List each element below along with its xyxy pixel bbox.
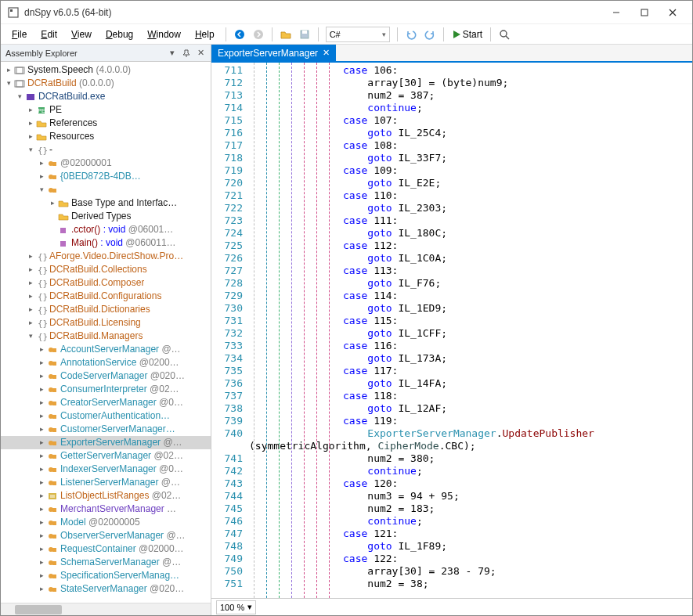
assembly-explorer-panel: Assembly Explorer ▾ ✕ ▸System.Speech (4.… [1,45,211,615]
nav-back-button[interactable] [231,26,248,43]
tree-item-r32[interactable]: ▸ListObjectListRanges @02… [1,489,211,503]
status-bar: 100 % ▾ [211,598,692,615]
tree-item-r27[interactable]: ▸CustomerServerManager… [1,423,211,436]
tree-item-r30[interactable]: ▸IndexerServerManager @0… [1,463,211,476]
menu-debug[interactable]: Debug [99,27,139,42]
panel-close-icon[interactable]: ✕ [195,48,206,59]
panel-menu-icon[interactable]: ▾ [167,48,178,59]
tree-item-r35[interactable]: ▸ObserverServerManager @… [1,529,211,542]
title-bar: dnSpy v6.0.5 (64-bit) [1,1,692,24]
tree-item-cctor[interactable]: .cctor() : void @06001… [1,223,211,236]
tree-item-r36[interactable]: ▸RequestContainer @02000… [1,542,211,556]
close-button[interactable] [659,3,686,22]
code-editor: ExporterServerManager ✕ 7117127137147157… [211,45,692,615]
tree-item-r22[interactable]: ▸AnnotationService @0200… [1,356,211,369]
menu-window[interactable]: Window [141,27,187,42]
svg-rect-46 [52,415,56,419]
svg-rect-44 [52,402,56,405]
tree-item-basetype[interactable]: ▸Base Type and Interfac… [1,196,211,210]
tree-item-dcratbuild[interactable]: ▾DCRatBuild (0.0.0.0) [1,77,211,90]
tree-item-managers[interactable]: ▾{}DCRatBuild.Managers [1,330,211,343]
code-area[interactable]: 7117127137147157167177187197207217227237… [211,63,692,598]
svg-rect-26 [60,228,66,233]
tree-item-r37[interactable]: ▸SchemaServerManager @… [1,556,211,569]
svg-rect-50 [52,441,56,445]
nav-forward-button[interactable] [250,26,267,43]
language-combo[interactable]: C# ▾ [326,27,390,42]
tab-exporterservermanager[interactable]: ExporterServerManager ✕ [211,45,336,61]
tree-item-exe[interactable]: ▾DCRatBuild.exe [1,90,211,103]
svg-text:{}: {} [38,265,47,275]
tree-item-r17[interactable]: ▸{}DCRatBuild.Configurations [1,290,211,303]
tree-item-r21[interactable]: ▸AccountServerManager @… [1,343,211,356]
tree-item-pe[interactable]: ▸PEPE [1,103,211,117]
svg-rect-52 [52,455,56,459]
tree-item-privimpl[interactable]: ▾ [1,183,211,196]
svg-rect-54 [52,468,56,472]
svg-rect-61 [52,508,56,512]
tree-item-references[interactable]: ▸References [1,117,211,130]
tree-item-module2[interactable]: ▸{0BED872B-4DB… [1,170,211,183]
tab-label: ExporterServerManager [218,48,318,59]
tree-item-r33[interactable]: ▸MerchantServerManager … [1,503,211,516]
zoom-value: 100 % [220,603,244,612]
horizontal-scrollbar[interactable] [1,603,211,615]
svg-text:{}: {} [38,319,47,328]
tree-item-r28[interactable]: ▸ExporterServerManager @… [1,436,211,449]
svg-rect-63 [52,521,56,525]
menu-view[interactable]: View [65,27,98,42]
svg-rect-69 [52,561,56,565]
svg-rect-36 [52,348,56,352]
tree-item-r19[interactable]: ▸{}DCRatBuild.Licensing [1,316,211,330]
search-button[interactable] [496,26,513,43]
assembly-tree[interactable]: ▸System.Speech (4.0.0.0)▾DCRatBuild (0.0… [1,62,211,603]
code-text: case 106: array[30] = (byte)num9; num2 =… [343,63,692,598]
zoom-combo[interactable]: 100 % ▾ [216,600,256,614]
tree-item-main[interactable]: Main() : void @060011… [1,236,211,250]
tree-item-module1[interactable]: ▸ @02000001 [1,157,211,170]
tree-item-r26[interactable]: ▸CustomerAuthentication… [1,409,211,423]
tree-item-r24[interactable]: ▸ConsumerInterpreter @02… [1,383,211,396]
svg-rect-40 [52,375,56,379]
svg-text:{}: {} [38,305,47,315]
menu-file[interactable]: File [5,27,33,42]
tree-item-r23[interactable]: ▸CodeServerManager @020… [1,369,211,383]
menu-help[interactable]: Help [189,27,221,42]
menu-edit[interactable]: Edit [34,27,63,42]
app-icon [7,6,20,19]
tree-item-r18[interactable]: ▸{}DCRatBuild.Dictionaries [1,303,211,316]
svg-rect-57 [49,493,56,499]
tree-item-system-speech[interactable]: ▸System.Speech (4.0.0.0) [1,63,211,77]
tree-item-r25[interactable]: ▸CreatorServerManager @0… [1,396,211,409]
tree-item-derived[interactable]: Derived Types [1,210,211,223]
maximize-button[interactable] [631,3,658,22]
minimize-button[interactable] [603,3,630,22]
svg-rect-38 [52,362,56,366]
start-button[interactable]: Start [449,26,485,43]
svg-rect-65 [52,535,56,539]
tree-item-r38[interactable]: ▸SpecificationServerManag… [1,569,211,582]
tree-item-r16[interactable]: ▸{}DCRatBuild.Composer [1,276,211,290]
tree-item-r31[interactable]: ▸ListenerServerManager @… [1,476,211,489]
svg-rect-9 [302,31,307,34]
tree-item-r14[interactable]: ▸{}AForge.Video.DirectShow.Pro… [1,250,211,263]
pin-icon[interactable] [181,48,192,59]
tree-item-r34[interactable]: ▸Model @02000005 [1,516,211,529]
redo-button[interactable] [421,26,439,43]
svg-rect-71 [52,575,56,578]
tree-item-ns-root[interactable]: ▾{}- [1,143,211,157]
tree-item-r29[interactable]: ▸GetterServerManager @02… [1,449,211,463]
undo-button[interactable] [402,26,420,43]
svg-point-10 [500,31,507,37]
line-gutter: 7117127137147157167177187197207217227237… [211,63,249,598]
tree-item-r15[interactable]: ▸{}DCRatBuild.Collections [1,263,211,276]
tab-close-icon[interactable]: ✕ [323,48,330,58]
tree-item-resources[interactable]: ▸Resources [1,130,211,143]
open-button[interactable] [277,26,294,43]
save-button[interactable] [296,26,313,43]
tree-item-r39[interactable]: ▸StateServerManager @020… [1,582,211,596]
svg-rect-0 [9,8,18,17]
svg-rect-48 [52,428,56,432]
svg-point-6 [235,30,244,39]
panel-title: Assembly Explorer [5,49,78,58]
